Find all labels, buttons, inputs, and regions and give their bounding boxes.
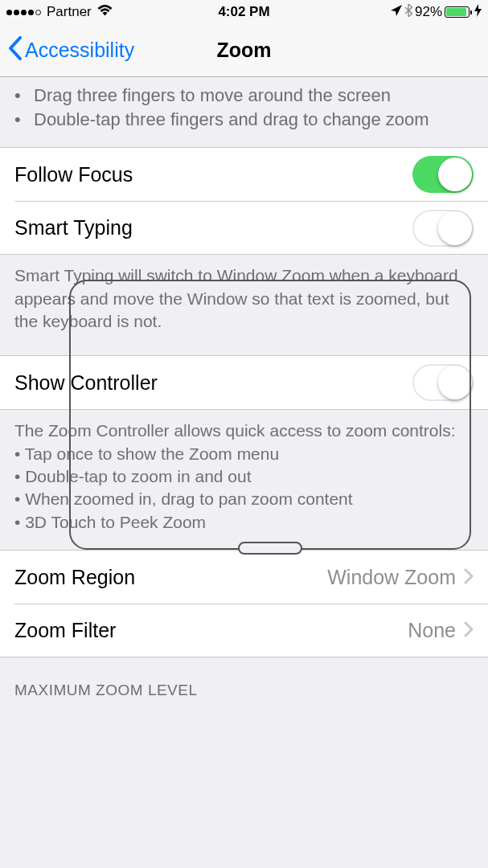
charging-icon <box>474 4 482 21</box>
back-label: Accessibility <box>25 39 134 62</box>
smart-typing-cell[interactable]: Smart Typing <box>14 201 488 254</box>
status-right: 92% <box>391 4 482 21</box>
follow-focus-group: Follow Focus Smart Typing <box>0 147 488 255</box>
chevron-left-icon <box>8 36 22 65</box>
bluetooth-icon <box>404 4 412 21</box>
smart-typing-footer: Smart Typing will switch to Window Zoom … <box>0 255 488 355</box>
battery-percent: 92% <box>415 4 442 20</box>
status-left: Partner <box>6 4 113 20</box>
show-controller-footer: The Zoom Controller allows quick access … <box>0 410 488 550</box>
zoom-filter-label: Zoom Filter <box>14 619 116 642</box>
location-icon <box>391 4 402 20</box>
zoom-region-value: Window Zoom <box>327 566 456 589</box>
navigation-bar: Accessibility Zoom <box>0 24 488 77</box>
max-zoom-header: MAXIMUM ZOOM LEVEL <box>0 657 488 707</box>
zoom-region-label: Zoom Region <box>14 566 135 589</box>
back-button[interactable]: Accessibility <box>8 36 134 65</box>
zoom-region-cell[interactable]: Zoom Region Window Zoom <box>0 551 488 604</box>
page-title: Zoom <box>216 39 271 62</box>
smart-typing-label: Smart Typing <box>14 216 133 240</box>
carrier-label: Partner <box>47 4 92 20</box>
follow-focus-cell[interactable]: Follow Focus <box>0 148 488 201</box>
signal-strength-icon <box>6 10 41 15</box>
follow-focus-switch[interactable] <box>412 156 474 193</box>
battery-icon <box>445 6 472 18</box>
status-bar: Partner 4:02 PM 92% <box>0 0 488 24</box>
wifi-icon <box>97 4 113 20</box>
follow-focus-label: Follow Focus <box>14 163 133 186</box>
zoom-options-group: Zoom Region Window Zoom Zoom Filter None <box>0 550 488 657</box>
show-controller-switch[interactable] <box>412 364 474 401</box>
zoom-filter-value: None <box>408 619 456 642</box>
chevron-right-icon <box>464 619 474 642</box>
show-controller-label: Show Controller <box>14 371 158 395</box>
zoom-gesture-help: •Drag three fingers to move around the s… <box>0 77 488 147</box>
show-controller-cell[interactable]: Show Controller <box>0 356 488 409</box>
smart-typing-switch[interactable] <box>412 210 474 247</box>
zoom-filter-cell[interactable]: Zoom Filter None <box>14 604 488 657</box>
chevron-right-icon <box>464 566 474 589</box>
show-controller-group: Show Controller <box>0 355 488 410</box>
content: •Drag three fingers to move around the s… <box>0 77 488 868</box>
status-time: 4:02 PM <box>218 4 269 20</box>
